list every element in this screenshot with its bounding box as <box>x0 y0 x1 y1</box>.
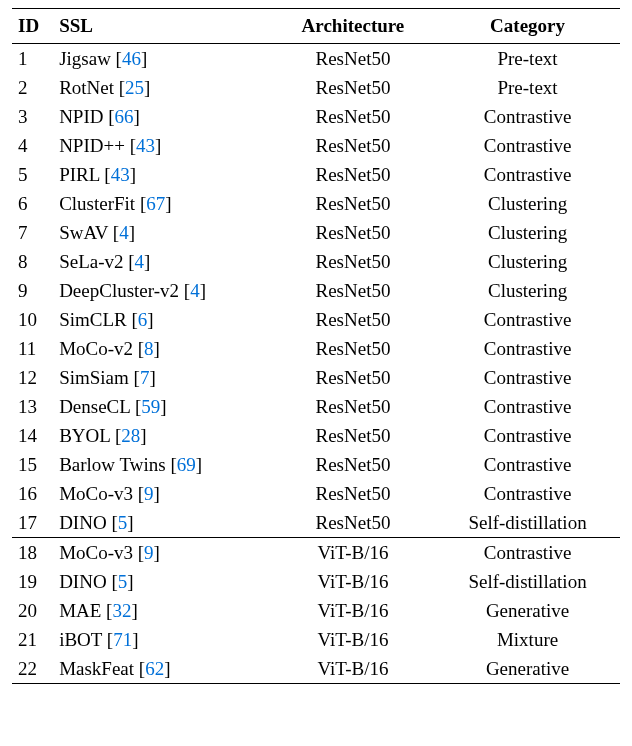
cell-architecture: ResNet50 <box>271 247 435 276</box>
table-row: 4NPID++ [43]ResNet50Contrastive <box>12 131 620 160</box>
cell-id: 3 <box>12 102 55 131</box>
table-row: 7SwAV [4]ResNet50Clustering <box>12 218 620 247</box>
cell-category: Contrastive <box>435 538 620 568</box>
citation-link[interactable]: 43 <box>136 135 155 156</box>
cell-id: 8 <box>12 247 55 276</box>
citation-link[interactable]: 4 <box>135 251 145 272</box>
cell-ssl: iBOT [71] <box>55 625 271 654</box>
cell-ssl: SimCLR [6] <box>55 305 271 334</box>
ssl-method-name: ClusterFit <box>59 193 135 214</box>
cell-id: 20 <box>12 596 55 625</box>
cell-ssl: MAE [32] <box>55 596 271 625</box>
ssl-method-name: MoCo-v3 <box>59 542 133 563</box>
citation-link[interactable]: 8 <box>144 338 154 359</box>
citation-link[interactable]: 4 <box>190 280 200 301</box>
cell-architecture: ResNet50 <box>271 363 435 392</box>
cell-ssl: SeLa-v2 [4] <box>55 247 271 276</box>
cell-architecture: ResNet50 <box>271 276 435 305</box>
citation-link[interactable]: 59 <box>141 396 160 417</box>
header-category: Category <box>435 9 620 44</box>
cell-category: Contrastive <box>435 363 620 392</box>
table-header-row: ID SSL Architecture Category <box>12 9 620 44</box>
cell-architecture: ResNet50 <box>271 508 435 538</box>
table-row: 17DINO [5]ResNet50Self-distillation <box>12 508 620 538</box>
table-row: 12SimSiam [7]ResNet50Contrastive <box>12 363 620 392</box>
table-row: 11MoCo-v2 [8]ResNet50Contrastive <box>12 334 620 363</box>
ssl-method-name: RotNet <box>59 77 114 98</box>
cell-architecture: ResNet50 <box>271 131 435 160</box>
cell-category: Contrastive <box>435 392 620 421</box>
citation-link[interactable]: 46 <box>122 48 141 69</box>
citation-link[interactable]: 67 <box>146 193 165 214</box>
cell-id: 16 <box>12 479 55 508</box>
ssl-method-name: SimSiam <box>59 367 129 388</box>
citation-link[interactable]: 43 <box>111 164 130 185</box>
table-row: 15Barlow Twins [69]ResNet50Contrastive <box>12 450 620 479</box>
cell-architecture: ResNet50 <box>271 189 435 218</box>
cell-id: 2 <box>12 73 55 102</box>
ssl-method-name: DeepCluster-v2 <box>59 280 179 301</box>
citation-link[interactable]: 25 <box>125 77 144 98</box>
table-row: 22MaskFeat [62]ViT-B/16Generative <box>12 654 620 684</box>
cell-architecture: ViT-B/16 <box>271 625 435 654</box>
citation-link[interactable]: 4 <box>119 222 129 243</box>
cell-ssl: DenseCL [59] <box>55 392 271 421</box>
ssl-method-name: Barlow Twins <box>59 454 166 475</box>
cell-id: 19 <box>12 567 55 596</box>
ssl-method-name: SeLa-v2 <box>59 251 123 272</box>
cell-category: Contrastive <box>435 160 620 189</box>
citation-link[interactable]: 66 <box>115 106 134 127</box>
table-row: 16MoCo-v3 [9]ResNet50Contrastive <box>12 479 620 508</box>
ssl-method-name: PIRL <box>59 164 99 185</box>
cell-category: Generative <box>435 596 620 625</box>
ssl-method-name: iBOT <box>59 629 102 650</box>
table-row: 1Jigsaw [46]ResNet50Pre-text <box>12 44 620 74</box>
cell-ssl: ClusterFit [67] <box>55 189 271 218</box>
citation-link[interactable]: 5 <box>118 571 128 592</box>
cell-architecture: ResNet50 <box>271 218 435 247</box>
citation-link[interactable]: 62 <box>145 658 164 679</box>
table-row: 13DenseCL [59]ResNet50Contrastive <box>12 392 620 421</box>
ssl-method-name: SwAV <box>59 222 108 243</box>
cell-architecture: ResNet50 <box>271 479 435 508</box>
cell-id: 7 <box>12 218 55 247</box>
cell-category: Contrastive <box>435 305 620 334</box>
cell-id: 1 <box>12 44 55 74</box>
citation-link[interactable]: 28 <box>121 425 140 446</box>
cell-ssl: Barlow Twins [69] <box>55 450 271 479</box>
table-row: 2RotNet [25]ResNet50Pre-text <box>12 73 620 102</box>
cell-ssl: RotNet [25] <box>55 73 271 102</box>
cell-architecture: ResNet50 <box>271 392 435 421</box>
cell-category: Mixture <box>435 625 620 654</box>
citation-link[interactable]: 71 <box>113 629 132 650</box>
ssl-method-name: NPID++ <box>59 135 125 156</box>
cell-ssl: NPID [66] <box>55 102 271 131</box>
header-id: ID <box>12 9 55 44</box>
citation-link[interactable]: 69 <box>177 454 196 475</box>
ssl-method-name: SimCLR <box>59 309 127 330</box>
cell-ssl: DINO [5] <box>55 567 271 596</box>
cell-architecture: ResNet50 <box>271 102 435 131</box>
cell-category: Contrastive <box>435 450 620 479</box>
cell-id: 13 <box>12 392 55 421</box>
citation-link[interactable]: 9 <box>144 483 154 504</box>
cell-architecture: ResNet50 <box>271 160 435 189</box>
cell-category: Clustering <box>435 247 620 276</box>
cell-architecture: ResNet50 <box>271 421 435 450</box>
cell-ssl: SwAV [4] <box>55 218 271 247</box>
citation-link[interactable]: 9 <box>144 542 154 563</box>
cell-category: Clustering <box>435 189 620 218</box>
cell-ssl: MoCo-v3 [9] <box>55 538 271 568</box>
cell-architecture: ResNet50 <box>271 44 435 74</box>
cell-id: 14 <box>12 421 55 450</box>
table-row: 3NPID [66]ResNet50Contrastive <box>12 102 620 131</box>
cell-id: 6 <box>12 189 55 218</box>
citation-link[interactable]: 6 <box>138 309 148 330</box>
citation-link[interactable]: 7 <box>140 367 150 388</box>
cell-ssl: MoCo-v2 [8] <box>55 334 271 363</box>
citation-link[interactable]: 32 <box>112 600 131 621</box>
citation-link[interactable]: 5 <box>118 512 128 533</box>
cell-category: Clustering <box>435 276 620 305</box>
header-ssl: SSL <box>55 9 271 44</box>
table-row: 10SimCLR [6]ResNet50Contrastive <box>12 305 620 334</box>
